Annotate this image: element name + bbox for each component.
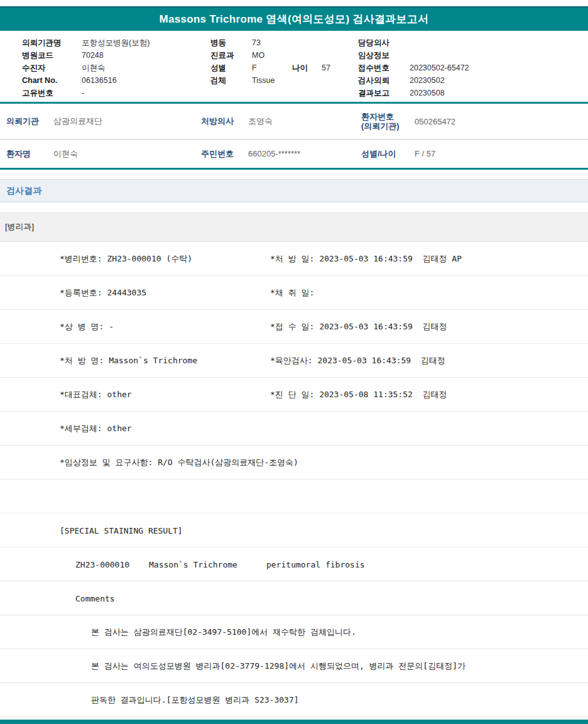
info-column-left: 의뢰기관명 포항성모병원(보험) 병원코드 70248 수진자 이현숙 Char… <box>22 36 150 99</box>
info-row: 수진자 이현숙 <box>22 62 150 74</box>
info-label: 접수번호 <box>358 63 410 74</box>
info-column-middle: 병동 73 진료과 MO 성별 F 나이 57 검체 Tissue <box>210 36 330 87</box>
results-section-title: 검사결과 <box>6 185 41 197</box>
resident-number-cell: 주민번호 660205-******* <box>201 140 300 168</box>
staining-result-row: ZH23-000010 Masson`s Trichrome peritumor… <box>0 547 588 581</box>
field-value: F / 57 <box>415 149 435 158</box>
comment-row-3: 판독한 결과입니다.[포항성모병원 병리과 S23-3037] <box>0 683 588 717</box>
detail-left: *대표검체: other <box>60 389 132 400</box>
comment-line: 본 검사는 여의도성모병원 병리과[02-3779-1298]에서 시행되었으며… <box>91 661 466 672</box>
info-value: 이현숙 <box>82 63 106 74</box>
detail-row-pathology-number: *병리번호: ZH23-000010 (수탁) *처 방 일: 2023-05-… <box>0 242 588 276</box>
detail-left: *세부검체: other <box>60 423 132 434</box>
field-label: 환자명 <box>6 148 53 160</box>
detail-right: *육안검사: 2023-05-03 16:43:59 김태정 <box>270 355 445 366</box>
info-value: 포항성모병원(보험) <box>82 38 150 48</box>
info-label: 병원코드 <box>22 50 82 61</box>
patient-name-cell: 환자명 이현숙 <box>6 140 78 168</box>
comment-row-2: 본 검사는 여의도성모병원 병리과[02-3779-1298]에서 시행되었으며… <box>0 649 588 683</box>
info-label: 의뢰기관명 <box>22 38 82 48</box>
comments-label: Comments <box>75 593 115 603</box>
detail-left: *상 병 명: - <box>60 321 114 332</box>
detail-row-diagnosis-name: *상 병 명: - *접 수 일: 2023-05-03 16:43:59 김태… <box>0 310 588 344</box>
info-row: 결과보고 20230508 <box>358 87 469 99</box>
staining-header-row: [SPECIAL STAINING RESULT] <box>0 513 588 547</box>
info-row: 검체 Tissue <box>210 74 330 87</box>
detail-left: *등록번호: 24443035 <box>60 287 146 299</box>
sex-age-cell: 성별/나이 F / 57 <box>361 140 435 168</box>
field-value: 삼광의료재단 <box>53 116 102 127</box>
info-label: 진료과 <box>210 50 252 61</box>
info-row: 담당의사 <box>358 36 469 49</box>
field-label: 의뢰기관 <box>6 116 53 127</box>
info-value: Tissue <box>252 76 275 85</box>
comments-label-row: Comments <box>0 581 588 615</box>
patient-number-cell: 환자번호 (의뢰기관) 050265472 <box>361 104 455 139</box>
info-label: 병동 <box>210 38 252 48</box>
staining-header: [SPECIAL STAINING RESULT] <box>60 525 183 535</box>
age-value: 57 <box>322 63 330 72</box>
field-label: 환자번호 (의뢰기관) <box>361 112 415 131</box>
info-label: 고유번호 <box>22 88 82 99</box>
info-label: 담당의사 <box>358 38 410 48</box>
field-label: 처방의사 <box>201 116 248 127</box>
detail-right: *처 방 일: 2023-05-03 16:43:59 김태정 AP <box>270 253 462 265</box>
info-column-right: 담당의사 임상정보 접수번호 20230502-65472 검사의뢰 20230… <box>358 36 469 99</box>
detail-right: *접 수 일: 2023-05-03 16:43:59 김태정 <box>270 321 447 332</box>
detail-left: *병리번호: ZH23-000010 (수탁) <box>60 253 192 265</box>
info-row: 병원코드 70248 <box>22 49 150 62</box>
staining-name: Masson`s Trichrome <box>149 559 237 569</box>
spacer <box>0 202 588 212</box>
patient-info-row: 환자명 이현숙 주민번호 660205-******* 성별/나이 F / 57 <box>0 140 588 170</box>
comment-line: 판독한 결과입니다.[포항성모병원 병리과 S23-3037] <box>91 694 299 706</box>
info-value: 20230508 <box>410 89 445 97</box>
info-row-sex-age: 성별 F 나이 57 <box>210 62 330 74</box>
field-label: 주민번호 <box>201 148 248 160</box>
report-header-banner: Massons Trichrome 염색(여의도성모) 검사결과보고서 <box>0 6 588 31</box>
field-value: 050265472 <box>415 117 455 126</box>
department-label: [병리과] <box>5 221 34 233</box>
staining-specimen-id: ZH23-000010 <box>75 559 129 569</box>
info-value: 06136516 <box>82 76 117 85</box>
detail-row-main-specimen: *대표검체: other *진 단 일: 2023-05-08 11:35:52… <box>0 378 588 412</box>
report-page: Massons Trichrome 염색(여의도성모) 검사결과보고서 의뢰기관… <box>0 0 588 724</box>
info-label: 결과보고 <box>358 88 410 99</box>
detail-row-sub-specimen: *세부검체: other <box>0 412 588 446</box>
info-row: Chart No. 06136516 <box>22 74 150 87</box>
info-row: 접수번호 20230502-65472 <box>358 62 469 74</box>
info-value: 20230502-65472 <box>410 63 469 72</box>
info-label: 검사의뢰 <box>358 75 410 86</box>
info-value: 70248 <box>82 51 104 60</box>
detail-row-registration-number: *등록번호: 24443035 *채 취 일: <box>0 276 588 310</box>
info-value: F <box>252 63 292 72</box>
info-value: 73 <box>252 38 261 47</box>
top-margin <box>0 0 588 6</box>
comment-line: 본 검사는 삼광의료재단[02-3497-5100]에서 재수탁한 검체입니다. <box>91 627 356 638</box>
info-row: 진료과 MO <box>210 49 330 62</box>
info-value: MO <box>252 51 264 60</box>
referral-org-cell: 의뢰기관 삼광의료재단 <box>6 104 102 139</box>
empty-row <box>0 480 588 513</box>
age-label: 나이 <box>292 63 322 74</box>
info-value: 20230502 <box>410 76 445 85</box>
report-title: Massons Trichrome 염색(여의도성모) 검사결과보고서 <box>160 12 429 26</box>
prescribing-doctor-cell: 처방의사 조영숙 <box>201 104 273 139</box>
bottom-teal-bar <box>0 720 588 724</box>
department-bar: [병리과] <box>0 212 588 242</box>
results-section-bar: 검사결과 <box>0 179 588 202</box>
field-value: 660205-******* <box>248 149 300 158</box>
info-value: - <box>82 89 84 97</box>
info-row: 의뢰기관명 포항성모병원(보험) <box>22 36 150 49</box>
detail-row-clinical-info: *임상정보 및 요구사항: R/O 수탁검사(삼광의료재단-조영숙) <box>0 446 588 480</box>
info-row: 병동 73 <box>210 36 330 49</box>
detail-left: *처 방 명: Masson`s Trichrome <box>60 355 197 366</box>
header-info-block: 의뢰기관명 포항성모병원(보험) 병원코드 70248 수진자 이현숙 Char… <box>0 31 588 102</box>
comment-row-1: 본 검사는 삼광의료재단[02-3497-5100]에서 재수탁한 검체입니다. <box>0 615 588 649</box>
detail-right: *진 단 일: 2023-05-08 11:35:52 김태정 <box>270 389 447 400</box>
field-value: 조영숙 <box>248 116 273 127</box>
info-label: 임상정보 <box>358 50 410 61</box>
staining-result: peritumoral fibrosis <box>266 559 365 569</box>
info-label: Chart No. <box>22 76 82 85</box>
info-row: 고유번호 - <box>22 87 150 99</box>
info-row: 임상정보 <box>358 49 469 62</box>
